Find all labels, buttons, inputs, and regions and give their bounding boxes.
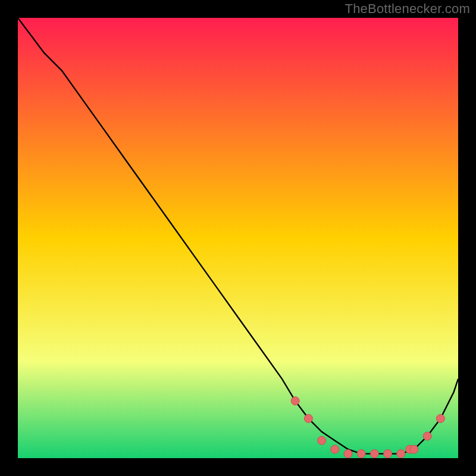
curve-marker (384, 450, 392, 458)
curve-marker (344, 450, 352, 458)
curve-marker (291, 397, 299, 405)
curve-marker (397, 450, 405, 458)
curve-marker (436, 414, 444, 422)
plot-area (18, 18, 458, 458)
curve-marker (318, 436, 326, 444)
plot-svg (18, 18, 458, 458)
attribution-text: TheBottlenecker.com (345, 1, 470, 17)
curve-marker (410, 445, 418, 453)
curve-marker (357, 450, 365, 458)
curve-marker (331, 445, 339, 453)
chart-stage: TheBottlenecker.com (0, 0, 476, 476)
curve-marker (423, 432, 431, 440)
curve-marker (304, 414, 312, 422)
gradient-background (18, 18, 458, 458)
curve-marker (370, 450, 378, 458)
